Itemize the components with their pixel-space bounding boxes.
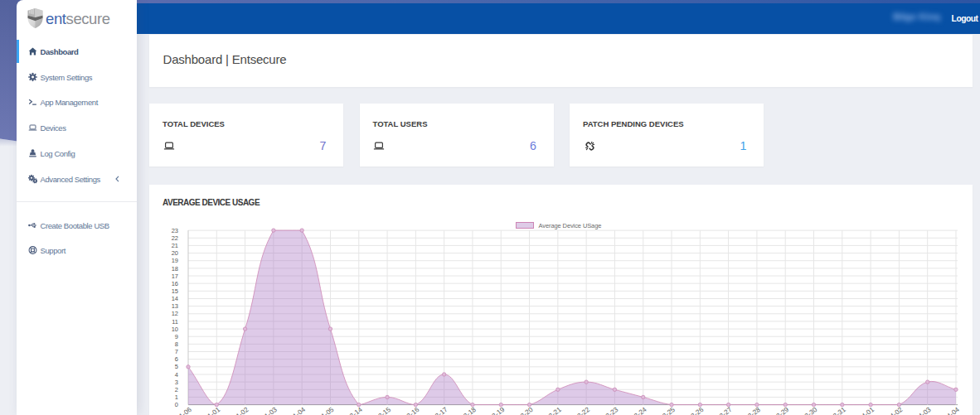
svg-text:2024-03-20: 2024-03-20 [502, 406, 535, 415]
svg-text:2024-03-24: 2024-03-24 [616, 406, 648, 415]
svg-text:6: 6 [175, 355, 178, 363]
svg-text:22: 22 [172, 234, 178, 242]
svg-text:2024-03-27: 2024-03-27 [701, 406, 734, 415]
svg-text:5: 5 [175, 363, 178, 370]
svg-text:4: 4 [175, 371, 178, 379]
svg-text:2024-03-28: 2024-03-28 [730, 406, 762, 415]
svg-text:2024-03-19: 2024-03-19 [474, 406, 507, 415]
svg-text:2023-11-04: 2023-11-04 [275, 406, 307, 415]
svg-text:2024-03-21: 2024-03-21 [531, 406, 563, 415]
svg-text:8: 8 [175, 340, 178, 348]
svg-text:0: 0 [175, 401, 178, 408]
svg-text:23: 23 [172, 227, 178, 234]
svg-text:2023-11-05: 2023-11-05 [303, 406, 335, 415]
svg-text:2024-03-14: 2024-03-14 [332, 406, 364, 415]
svg-text:2024-03-25: 2024-03-25 [644, 406, 677, 415]
svg-text:2023-11-03: 2023-11-03 [247, 406, 279, 415]
svg-text:2023-11-02: 2023-11-02 [218, 406, 250, 415]
svg-text:3: 3 [175, 379, 178, 386]
svg-text:15: 15 [172, 287, 178, 295]
svg-text:2024-03-23: 2024-03-23 [588, 406, 620, 415]
svg-text:2024-03-31: 2024-03-31 [815, 406, 847, 415]
svg-text:2024-03-17: 2024-03-17 [417, 406, 449, 415]
svg-text:2024-04-01: 2024-04-01 [843, 406, 876, 415]
svg-text:20: 20 [172, 249, 178, 257]
svg-text:2024-03-26: 2024-03-26 [673, 406, 706, 415]
svg-text:2024-03-18: 2024-03-18 [445, 406, 478, 415]
svg-text:2024-04-04: 2024-04-04 [929, 406, 961, 415]
svg-text:2024-03-30: 2024-03-30 [787, 406, 819, 415]
svg-text:2024-03-15: 2024-03-15 [360, 406, 392, 415]
svg-text:12: 12 [172, 310, 178, 317]
svg-text:16: 16 [172, 280, 178, 287]
svg-text:2024-04-02: 2024-04-02 [872, 406, 905, 415]
svg-text:7: 7 [175, 348, 178, 355]
svg-text:2024-04-03: 2024-04-03 [900, 406, 933, 415]
svg-text:2024-03-29: 2024-03-29 [759, 406, 791, 415]
svg-text:14: 14 [172, 295, 178, 302]
svg-text:9: 9 [175, 333, 178, 340]
svg-text:21: 21 [172, 242, 178, 249]
svg-text:2024-03-22: 2024-03-22 [559, 406, 591, 415]
svg-text:13: 13 [172, 302, 178, 310]
svg-text:2024-03-16: 2024-03-16 [389, 406, 421, 415]
svg-text:1: 1 [175, 393, 178, 401]
svg-text:2023-11-01: 2023-11-01 [190, 406, 221, 415]
svg-text:10: 10 [172, 326, 178, 333]
svg-text:18: 18 [172, 265, 178, 273]
svg-text:11: 11 [172, 318, 178, 326]
svg-text:2: 2 [175, 386, 178, 393]
svg-text:19: 19 [172, 257, 178, 264]
svg-text:17: 17 [172, 273, 178, 280]
